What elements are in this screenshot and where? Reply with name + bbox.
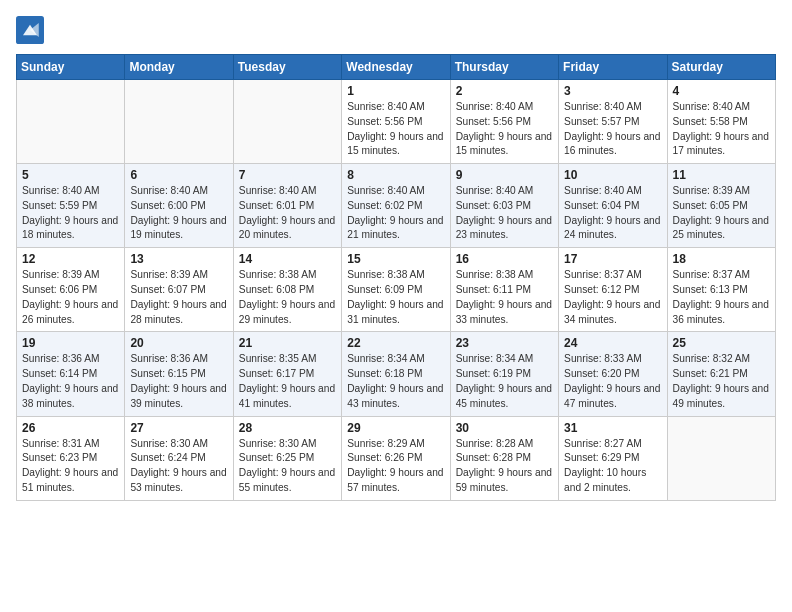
calendar-day-cell: 6Sunrise: 8:40 AM Sunset: 6:00 PM Daylig… [125, 164, 233, 248]
calendar-day-cell: 25Sunrise: 8:32 AM Sunset: 6:21 PM Dayli… [667, 332, 775, 416]
calendar-day-cell: 10Sunrise: 8:40 AM Sunset: 6:04 PM Dayli… [559, 164, 667, 248]
day-number: 3 [564, 84, 661, 98]
calendar-day-cell: 9Sunrise: 8:40 AM Sunset: 6:03 PM Daylig… [450, 164, 558, 248]
day-content: Sunrise: 8:40 AM Sunset: 5:56 PM Dayligh… [456, 100, 553, 159]
calendar-empty-cell [233, 80, 341, 164]
calendar-empty-cell [667, 416, 775, 500]
calendar-day-cell: 17Sunrise: 8:37 AM Sunset: 6:12 PM Dayli… [559, 248, 667, 332]
day-content: Sunrise: 8:38 AM Sunset: 6:11 PM Dayligh… [456, 268, 553, 327]
calendar-day-cell: 15Sunrise: 8:38 AM Sunset: 6:09 PM Dayli… [342, 248, 450, 332]
logo-icon [16, 16, 44, 44]
day-number: 31 [564, 421, 661, 435]
weekday-header-sunday: Sunday [17, 55, 125, 80]
calendar-day-cell: 8Sunrise: 8:40 AM Sunset: 6:02 PM Daylig… [342, 164, 450, 248]
day-number: 30 [456, 421, 553, 435]
calendar-day-cell: 21Sunrise: 8:35 AM Sunset: 6:17 PM Dayli… [233, 332, 341, 416]
day-number: 22 [347, 336, 444, 350]
day-number: 2 [456, 84, 553, 98]
day-number: 21 [239, 336, 336, 350]
day-number: 10 [564, 168, 661, 182]
day-number: 6 [130, 168, 227, 182]
day-content: Sunrise: 8:40 AM Sunset: 6:01 PM Dayligh… [239, 184, 336, 243]
calendar-table: SundayMondayTuesdayWednesdayThursdayFrid… [16, 54, 776, 501]
day-content: Sunrise: 8:34 AM Sunset: 6:18 PM Dayligh… [347, 352, 444, 411]
calendar-week-row: 12Sunrise: 8:39 AM Sunset: 6:06 PM Dayli… [17, 248, 776, 332]
day-number: 13 [130, 252, 227, 266]
calendar-day-cell: 30Sunrise: 8:28 AM Sunset: 6:28 PM Dayli… [450, 416, 558, 500]
day-content: Sunrise: 8:32 AM Sunset: 6:21 PM Dayligh… [673, 352, 770, 411]
calendar-week-row: 19Sunrise: 8:36 AM Sunset: 6:14 PM Dayli… [17, 332, 776, 416]
calendar-day-cell: 13Sunrise: 8:39 AM Sunset: 6:07 PM Dayli… [125, 248, 233, 332]
weekday-header-row: SundayMondayTuesdayWednesdayThursdayFrid… [17, 55, 776, 80]
day-number: 1 [347, 84, 444, 98]
day-content: Sunrise: 8:38 AM Sunset: 6:08 PM Dayligh… [239, 268, 336, 327]
calendar-day-cell: 5Sunrise: 8:40 AM Sunset: 5:59 PM Daylig… [17, 164, 125, 248]
calendar-empty-cell [17, 80, 125, 164]
day-number: 8 [347, 168, 444, 182]
calendar-empty-cell [125, 80, 233, 164]
calendar-week-row: 1Sunrise: 8:40 AM Sunset: 5:56 PM Daylig… [17, 80, 776, 164]
day-content: Sunrise: 8:40 AM Sunset: 5:59 PM Dayligh… [22, 184, 119, 243]
day-number: 27 [130, 421, 227, 435]
day-number: 11 [673, 168, 770, 182]
weekday-header-thursday: Thursday [450, 55, 558, 80]
weekday-header-saturday: Saturday [667, 55, 775, 80]
day-number: 15 [347, 252, 444, 266]
day-content: Sunrise: 8:40 AM Sunset: 6:03 PM Dayligh… [456, 184, 553, 243]
calendar-day-cell: 14Sunrise: 8:38 AM Sunset: 6:08 PM Dayli… [233, 248, 341, 332]
day-content: Sunrise: 8:35 AM Sunset: 6:17 PM Dayligh… [239, 352, 336, 411]
day-number: 17 [564, 252, 661, 266]
day-number: 23 [456, 336, 553, 350]
weekday-header-friday: Friday [559, 55, 667, 80]
day-number: 12 [22, 252, 119, 266]
day-content: Sunrise: 8:39 AM Sunset: 6:07 PM Dayligh… [130, 268, 227, 327]
day-content: Sunrise: 8:37 AM Sunset: 6:12 PM Dayligh… [564, 268, 661, 327]
calendar-day-cell: 29Sunrise: 8:29 AM Sunset: 6:26 PM Dayli… [342, 416, 450, 500]
calendar-day-cell: 3Sunrise: 8:40 AM Sunset: 5:57 PM Daylig… [559, 80, 667, 164]
day-content: Sunrise: 8:34 AM Sunset: 6:19 PM Dayligh… [456, 352, 553, 411]
day-content: Sunrise: 8:40 AM Sunset: 6:02 PM Dayligh… [347, 184, 444, 243]
day-content: Sunrise: 8:29 AM Sunset: 6:26 PM Dayligh… [347, 437, 444, 496]
calendar-day-cell: 11Sunrise: 8:39 AM Sunset: 6:05 PM Dayli… [667, 164, 775, 248]
calendar-day-cell: 1Sunrise: 8:40 AM Sunset: 5:56 PM Daylig… [342, 80, 450, 164]
day-number: 16 [456, 252, 553, 266]
day-content: Sunrise: 8:37 AM Sunset: 6:13 PM Dayligh… [673, 268, 770, 327]
day-content: Sunrise: 8:33 AM Sunset: 6:20 PM Dayligh… [564, 352, 661, 411]
day-number: 28 [239, 421, 336, 435]
day-number: 20 [130, 336, 227, 350]
weekday-header-monday: Monday [125, 55, 233, 80]
day-content: Sunrise: 8:40 AM Sunset: 6:04 PM Dayligh… [564, 184, 661, 243]
calendar-day-cell: 28Sunrise: 8:30 AM Sunset: 6:25 PM Dayli… [233, 416, 341, 500]
day-number: 5 [22, 168, 119, 182]
day-content: Sunrise: 8:28 AM Sunset: 6:28 PM Dayligh… [456, 437, 553, 496]
day-number: 29 [347, 421, 444, 435]
day-content: Sunrise: 8:30 AM Sunset: 6:24 PM Dayligh… [130, 437, 227, 496]
calendar-day-cell: 19Sunrise: 8:36 AM Sunset: 6:14 PM Dayli… [17, 332, 125, 416]
calendar-day-cell: 23Sunrise: 8:34 AM Sunset: 6:19 PM Dayli… [450, 332, 558, 416]
day-number: 4 [673, 84, 770, 98]
calendar-day-cell: 7Sunrise: 8:40 AM Sunset: 6:01 PM Daylig… [233, 164, 341, 248]
day-number: 24 [564, 336, 661, 350]
logo [16, 16, 46, 44]
calendar-day-cell: 12Sunrise: 8:39 AM Sunset: 6:06 PM Dayli… [17, 248, 125, 332]
calendar-day-cell: 26Sunrise: 8:31 AM Sunset: 6:23 PM Dayli… [17, 416, 125, 500]
calendar-week-row: 5Sunrise: 8:40 AM Sunset: 5:59 PM Daylig… [17, 164, 776, 248]
calendar-day-cell: 27Sunrise: 8:30 AM Sunset: 6:24 PM Dayli… [125, 416, 233, 500]
day-number: 25 [673, 336, 770, 350]
day-content: Sunrise: 8:31 AM Sunset: 6:23 PM Dayligh… [22, 437, 119, 496]
calendar-day-cell: 2Sunrise: 8:40 AM Sunset: 5:56 PM Daylig… [450, 80, 558, 164]
calendar-day-cell: 4Sunrise: 8:40 AM Sunset: 5:58 PM Daylig… [667, 80, 775, 164]
day-content: Sunrise: 8:36 AM Sunset: 6:15 PM Dayligh… [130, 352, 227, 411]
day-number: 19 [22, 336, 119, 350]
weekday-header-wednesday: Wednesday [342, 55, 450, 80]
day-content: Sunrise: 8:39 AM Sunset: 6:05 PM Dayligh… [673, 184, 770, 243]
page: SundayMondayTuesdayWednesdayThursdayFrid… [0, 0, 792, 511]
weekday-header-tuesday: Tuesday [233, 55, 341, 80]
calendar-day-cell: 22Sunrise: 8:34 AM Sunset: 6:18 PM Dayli… [342, 332, 450, 416]
calendar-week-row: 26Sunrise: 8:31 AM Sunset: 6:23 PM Dayli… [17, 416, 776, 500]
day-content: Sunrise: 8:40 AM Sunset: 5:56 PM Dayligh… [347, 100, 444, 159]
day-number: 7 [239, 168, 336, 182]
day-content: Sunrise: 8:30 AM Sunset: 6:25 PM Dayligh… [239, 437, 336, 496]
day-content: Sunrise: 8:39 AM Sunset: 6:06 PM Dayligh… [22, 268, 119, 327]
day-content: Sunrise: 8:40 AM Sunset: 5:57 PM Dayligh… [564, 100, 661, 159]
